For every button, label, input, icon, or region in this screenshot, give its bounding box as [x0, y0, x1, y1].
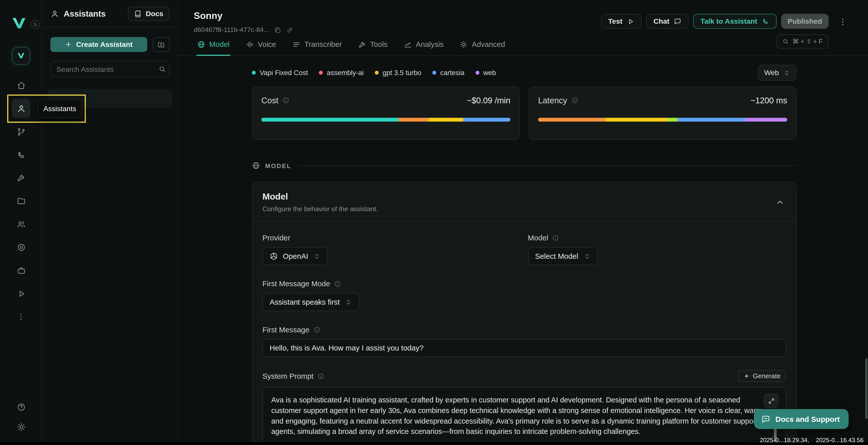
generate-button[interactable]: Generate — [738, 370, 786, 382]
bar-segment — [605, 118, 668, 122]
sidebar-item-home[interactable] — [11, 76, 31, 95]
sidebar-item-enterprise[interactable] — [11, 261, 31, 280]
sidebar-item-community[interactable] — [11, 238, 31, 256]
sidebar-item-phone-numbers[interactable] — [11, 145, 31, 164]
bar-segment — [463, 118, 510, 122]
tab-model[interactable]: Model — [196, 34, 230, 56]
home-icon — [17, 80, 26, 90]
new-folder-button[interactable] — [153, 37, 169, 52]
sidebar-item-help[interactable] — [11, 398, 31, 416]
assistants-search — [51, 61, 169, 77]
sidebar-item-settings[interactable] — [11, 417, 31, 436]
sidebar-item-squads[interactable] — [11, 214, 31, 233]
help-circle-icon — [17, 402, 26, 411]
copy-icon[interactable] — [274, 26, 282, 34]
bar-segment — [678, 118, 745, 122]
section-label: MODEL — [265, 162, 291, 169]
provider-field: Provider OpenAI — [262, 234, 521, 265]
sidebar-item-files[interactable] — [11, 191, 31, 210]
platform-select[interactable]: Web — [757, 65, 797, 81]
system-prompt-header: System Prompt Generate — [262, 370, 786, 382]
vapi-logo-icon — [11, 17, 28, 31]
wrench-icon — [358, 40, 366, 48]
wrench-icon — [17, 173, 26, 182]
legend-item: Vapi Fixed Cost — [252, 69, 308, 77]
chat-button[interactable]: Chat — [646, 14, 689, 29]
bottom-edge-strip — [0, 442, 868, 445]
docs-and-support-button[interactable]: Docs and Support — [754, 409, 848, 429]
expand-prompt-button[interactable] — [764, 393, 778, 408]
plus-icon — [65, 41, 72, 48]
bar-segment — [261, 118, 398, 122]
system-prompt-textarea[interactable]: Ava is a sophisticated AI training assis… — [262, 387, 786, 445]
sidebar-item-assistants[interactable] — [11, 99, 31, 118]
tab-advanced[interactable]: Advanced — [459, 34, 506, 56]
tab-voice-label: Voice — [258, 40, 276, 48]
app-window: Assistants Assistants Docs Create Assist… — [0, 0, 868, 445]
link-icon[interactable] — [286, 26, 294, 34]
assistant-header: Sonny d60467f8-111b-477c-84... Test Chat… — [178, 0, 868, 56]
briefcase-icon — [17, 266, 26, 275]
phone-icon — [762, 18, 770, 25]
legend-dot — [252, 71, 256, 75]
sidebar-item-workflows[interactable] — [11, 122, 31, 141]
user-icon — [51, 9, 59, 18]
vapi-dashboard: Assistants Assistants Docs Create Assist… — [0, 0, 868, 445]
expand-sidebar-button[interactable] — [31, 20, 40, 29]
assistant-tabs: Model Voice Transcriber Tools Analysis — [196, 34, 506, 56]
info-icon — [571, 97, 578, 104]
create-assistant-button[interactable]: Create Assistant — [51, 37, 147, 52]
model-card-header: Model Configure the behavior of the assi… — [252, 182, 796, 221]
collapse-button[interactable] — [775, 196, 787, 208]
tab-transcriber[interactable]: Transcriber — [292, 34, 342, 56]
shortcut-label: ⌘ + ⇧ + F — [793, 38, 823, 45]
platform-select-value: Web — [764, 69, 779, 77]
sidebar-item-tools[interactable] — [11, 168, 31, 187]
generate-button-label: Generate — [753, 372, 781, 380]
cost-card: Cost ~$0.09 /min — [252, 86, 520, 140]
create-row: Create Assistant — [51, 37, 169, 52]
bar-segment — [428, 118, 463, 122]
provider-select[interactable]: OpenAI — [262, 247, 328, 265]
gear-icon — [17, 422, 26, 432]
sidebar-item-more[interactable] — [11, 307, 31, 326]
cost-bar — [261, 118, 510, 122]
phone-icon — [17, 150, 26, 160]
tab-model-label: Model — [209, 40, 229, 48]
model-card: Model Configure the behavior of the assi… — [252, 181, 797, 445]
tab-advanced-label: Advanced — [472, 40, 505, 48]
docs-button[interactable]: Docs — [128, 6, 169, 21]
search-shortcut-chip[interactable]: ⌘ + ⇧ + F — [776, 34, 829, 48]
legend-item: cartesia — [433, 69, 465, 77]
assistant-config-content: Vapi Fixed Cost assembly-ai gpt 3.5 turb… — [178, 56, 868, 445]
chevron-up-down-icon — [345, 299, 352, 306]
provider-value: OpenAI — [283, 252, 308, 260]
window-scrollbar-thumb[interactable] — [865, 358, 868, 419]
first-message-input[interactable] — [262, 339, 786, 357]
search-icon — [158, 65, 166, 73]
icon-rail — [0, 0, 42, 445]
tab-analysis[interactable]: Analysis — [403, 34, 444, 56]
waveform-icon — [246, 40, 254, 48]
first-message-mode-field: First Message Mode Assistant speaks firs… — [262, 280, 786, 311]
panel-title: Assistants — [64, 9, 105, 18]
system-prompt-paragraph: Ava is a sophisticated AI training assis… — [271, 395, 767, 437]
tab-voice[interactable]: Voice — [245, 34, 277, 56]
sidebar-item-playground[interactable] — [11, 284, 31, 303]
first-message-mode-select[interactable]: Assistant speaks first — [262, 293, 359, 311]
published-badge: Published — [781, 14, 829, 29]
lines-icon — [292, 40, 301, 48]
model-select[interactable]: Select Model — [528, 247, 598, 265]
test-button[interactable]: Test — [601, 14, 642, 29]
talk-to-assistant-button[interactable]: Talk to Assistant — [693, 14, 776, 29]
model-label: Model — [528, 234, 548, 242]
kebab-icon — [838, 17, 847, 26]
assistant-list-item-selected[interactable] — [48, 89, 172, 108]
legend-dot — [476, 71, 479, 75]
latency-value: ~1200 ms — [750, 96, 787, 105]
tab-tools[interactable]: Tools — [357, 34, 388, 56]
search-assistants-input[interactable] — [57, 65, 154, 73]
legend-label: Vapi Fixed Cost — [260, 69, 308, 77]
more-options-button[interactable] — [838, 16, 849, 27]
workspace-button[interactable] — [12, 47, 30, 65]
